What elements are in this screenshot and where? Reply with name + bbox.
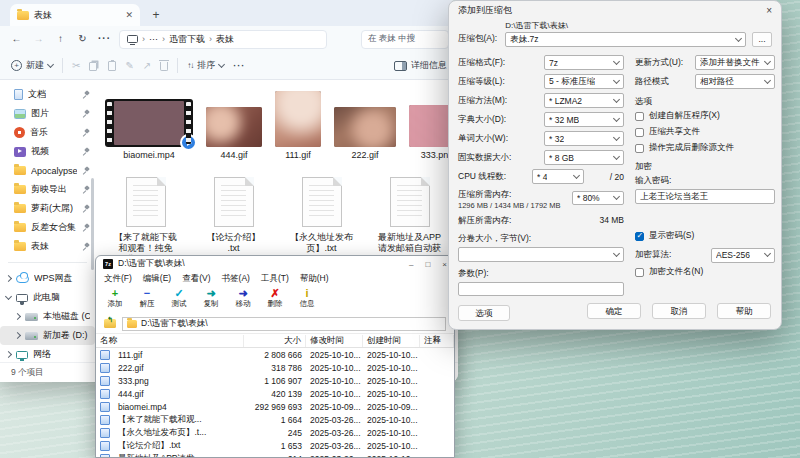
file-item-txt[interactable]: 【论坛介绍】.txt <box>193 177 274 265</box>
password-input[interactable]: 上老王论坛当老王 <box>635 189 775 204</box>
file-item-111.gif[interactable]: 111.gif <box>275 91 321 161</box>
tool-解压[interactable]: −解压 <box>136 287 158 314</box>
menu-工具(T)[interactable]: 工具(T) <box>261 273 289 285</box>
chevron-right-icon[interactable] <box>5 351 12 358</box>
cut-icon[interactable]: ✂ <box>72 61 80 71</box>
archive-file-row[interactable]: 333.png1 106 9072025-10-10...2025-10-10.… <box>96 374 454 387</box>
forward-button[interactable]: → <box>31 34 46 44</box>
sort-button[interactable]: ↑↓ 排序 <box>187 59 224 72</box>
search-input[interactable]: 在 表妹 中搜 <box>361 30 449 49</box>
file-item-444.gif[interactable]: 444.gif <box>206 107 262 161</box>
sidebar-item-视频[interactable]: 视频 <box>0 142 95 161</box>
column-header-大小[interactable]: 大小 <box>244 335 306 347</box>
up-folder-icon[interactable] <box>104 319 116 328</box>
archive-name-combobox[interactable]: 表妹.7z <box>505 32 746 47</box>
file-item-txt[interactable]: 【来了就能下载和观看！纯免费！】.txt <box>105 177 186 265</box>
tool-添加[interactable]: +添加 <box>104 287 126 314</box>
archive-file-row[interactable]: 【来了就能下载和观...1 6642025-03-26...2025-10-10… <box>96 413 454 426</box>
sidebar-item-反差女合集[interactable]: 反差女合集 <box>0 218 95 237</box>
sidebar-item-新加卷 (D:)[interactable]: 新加卷 (D:) <box>0 326 95 345</box>
archive-file-row[interactable]: 【论坛介绍】.txt1 6532025-03-26...2025-10-10..… <box>96 439 454 452</box>
tool-移动[interactable]: ➜移动 <box>232 287 254 314</box>
close-button[interactable]: × <box>442 260 447 269</box>
menu-文件(F)[interactable]: 文件(F) <box>104 273 132 285</box>
ok-button[interactable]: 确定 <box>587 303 641 319</box>
tool-测试[interactable]: ✓测试 <box>168 287 190 314</box>
sidebar-item-Apocalypse[interactable]: Apocalypse <box>0 161 95 180</box>
share-icon[interactable]: ↗ <box>143 61 151 71</box>
rename-icon[interactable]: ✎ <box>125 61 133 71</box>
menu-查看(V)[interactable]: 查看(V) <box>182 273 210 285</box>
archive-file-row[interactable]: 【永久地址发布页】.t...2452025-03-26...2025-10-10… <box>96 426 454 439</box>
memory-percent-combobox[interactable]: * 80% <box>572 191 624 205</box>
copy-icon[interactable] <box>89 62 97 71</box>
archive-file-row[interactable]: 222.gif318 7862025-10-10...2025-10-10... <box>96 361 454 374</box>
field-combobox[interactable]: * 32 MB <box>544 112 624 127</box>
file-item-txt[interactable]: 最新地址及APP请发邮箱自动获取！！！.txt <box>369 177 450 265</box>
file-item-222.gif[interactable]: 222.gif <box>334 107 396 161</box>
file-item-biaomei.mp4[interactable]: biaomei.mp4 <box>105 99 193 161</box>
cancel-button[interactable]: 取消 <box>652 303 706 319</box>
sidebar-item-图片[interactable]: 图片 <box>0 104 95 123</box>
tool-信息[interactable]: i信息 <box>296 287 318 314</box>
field-combobox[interactable]: 5 - 标准压缩 <box>544 74 624 89</box>
browse-button[interactable]: ... <box>752 32 772 47</box>
sidebar-item-此电脑[interactable]: 此电脑 <box>0 288 95 307</box>
sidebar-item-表妹[interactable]: 表妹 <box>0 237 95 256</box>
sidebar-item-萝莉(大屌)[interactable]: 萝莉(大屌) <box>0 199 95 218</box>
field-combobox[interactable]: * LZMA2 <box>544 93 624 108</box>
refresh-button[interactable]: ↻ <box>75 34 90 44</box>
breadcrumb[interactable]: › ··· › 迅雷下载 › 表妹 <box>119 30 327 49</box>
new-tab-button[interactable]: + <box>146 5 166 25</box>
field-combobox[interactable]: 添加并替换文件 <box>695 55 775 70</box>
archive-file-row[interactable]: 111.gif2 808 6662025-10-10...2025-10-10.… <box>96 348 454 361</box>
sidebar-scrollbar[interactable] <box>91 178 94 270</box>
menu-编辑(E)[interactable]: 编辑(E) <box>143 273 171 285</box>
menu-书签(A)[interactable]: 书签(A) <box>222 273 250 285</box>
encryption-method-combobox[interactable]: AES-256 <box>711 248 775 263</box>
delete-icon[interactable] <box>160 62 168 71</box>
sidebar-item-WPS网盘[interactable]: WPS网盘 <box>0 269 95 288</box>
tool-删除[interactable]: ✗删除 <box>264 287 286 314</box>
breadcrumb-ellipsis[interactable]: ··· <box>149 34 158 44</box>
field-combobox[interactable]: 7z <box>544 55 624 70</box>
chevron-right-icon[interactable] <box>14 332 21 339</box>
show-password-checkbox[interactable]: 显示密码(S) <box>635 228 775 244</box>
tab-biaomei[interactable]: 表妹 ✕ <box>10 4 140 26</box>
file-item-txt[interactable]: 【永久地址发布页】.txt <box>281 177 362 265</box>
column-header-修改时间[interactable]: 修改时间 <box>306 335 363 347</box>
sidebar-item-文档[interactable]: 文档 <box>0 85 95 104</box>
sidebar-item-本地磁盘 (C:)[interactable]: 本地磁盘 (C:) <box>0 307 95 326</box>
dialog-title-bar[interactable]: 添加到压缩包 × <box>449 1 781 19</box>
encrypt-filenames-checkbox[interactable]: 加密文件名(N) <box>635 264 775 280</box>
sevenzip-path-input[interactable]: D:\迅雷下载\表妹\ <box>122 317 446 331</box>
breadcrumb-segment[interactable]: 迅雷下载 <box>169 33 205 46</box>
field-combobox[interactable]: * 8 GB <box>544 150 624 165</box>
new-button[interactable]: + 新建 <box>11 59 53 72</box>
column-header-名称[interactable]: 名称 <box>96 335 244 347</box>
tab-close-icon[interactable]: ✕ <box>125 10 133 20</box>
parameters-input[interactable] <box>458 282 624 296</box>
minimize-button[interactable]: – <box>409 260 413 269</box>
sidebar-item-剪映导出[interactable]: 剪映导出 <box>0 180 95 199</box>
up-button[interactable]: ↑ <box>53 34 68 44</box>
field-combobox[interactable]: * 32 <box>544 131 624 146</box>
chevron-down-icon[interactable] <box>5 293 12 300</box>
tool-复制[interactable]: ➜复制 <box>200 287 222 314</box>
sevenzip-title-bar[interactable]: 7z D:\迅雷下载\表妹\ – □ × <box>96 256 454 272</box>
chevron-right-icon[interactable] <box>5 275 12 282</box>
archive-file-row[interactable]: 444.gif420 1392025-10-10...2025-10-10... <box>96 387 454 400</box>
checkbox-操作完成后删除源文件[interactable]: 操作完成后删除源文件 <box>635 140 775 156</box>
column-header-注释[interactable]: 注释 <box>420 335 454 347</box>
maximize-button[interactable]: □ <box>425 260 430 269</box>
field-combobox[interactable]: * 4 <box>532 169 584 184</box>
options-button[interactable]: 选项 <box>458 305 510 321</box>
field-combobox[interactable]: 相对路径 <box>695 74 775 89</box>
paste-icon[interactable] <box>108 61 116 71</box>
checkbox-创建自解压程序(X)[interactable]: 创建自解压程序(X) <box>635 108 775 124</box>
archive-file-row[interactable]: 最新地址及APP请发...6142025-03-26...2025-10-10.… <box>96 452 454 458</box>
more-options-button[interactable]: ··· <box>233 61 245 71</box>
chevron-right-icon[interactable] <box>14 313 21 320</box>
menu-帮助(H)[interactable]: 帮助(H) <box>300 273 329 285</box>
checkbox-压缩共享文件[interactable]: 压缩共享文件 <box>635 124 775 140</box>
